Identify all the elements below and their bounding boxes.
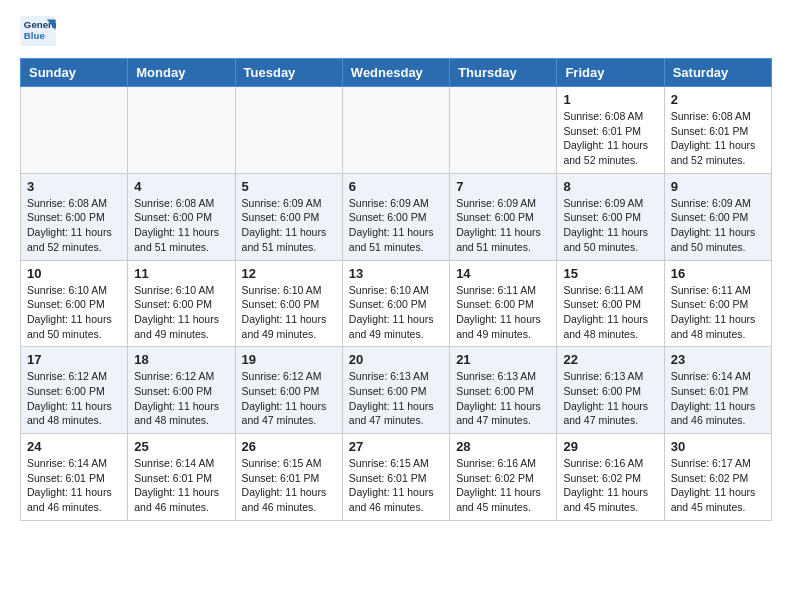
day-info: Sunrise: 6:11 AMSunset: 6:00 PMDaylight:… xyxy=(671,283,765,342)
day-number: 7 xyxy=(456,179,550,194)
day-cell: 30 Sunrise: 6:17 AMSunset: 6:02 PMDaylig… xyxy=(664,434,771,521)
day-cell: 20 Sunrise: 6:13 AMSunset: 6:00 PMDaylig… xyxy=(342,347,449,434)
day-info: Sunrise: 6:08 AMSunset: 6:01 PMDaylight:… xyxy=(671,109,765,168)
day-number: 23 xyxy=(671,352,765,367)
day-cell xyxy=(342,87,449,174)
day-info: Sunrise: 6:14 AMSunset: 6:01 PMDaylight:… xyxy=(671,369,765,428)
col-header-sunday: Sunday xyxy=(21,59,128,87)
day-number: 17 xyxy=(27,352,121,367)
day-info: Sunrise: 6:09 AMSunset: 6:00 PMDaylight:… xyxy=(563,196,657,255)
day-number: 19 xyxy=(242,352,336,367)
day-number: 24 xyxy=(27,439,121,454)
day-cell: 6 Sunrise: 6:09 AMSunset: 6:00 PMDayligh… xyxy=(342,173,449,260)
day-info: Sunrise: 6:09 AMSunset: 6:00 PMDaylight:… xyxy=(456,196,550,255)
day-info: Sunrise: 6:14 AMSunset: 6:01 PMDaylight:… xyxy=(27,456,121,515)
day-cell: 14 Sunrise: 6:11 AMSunset: 6:00 PMDaylig… xyxy=(450,260,557,347)
day-number: 10 xyxy=(27,266,121,281)
day-info: Sunrise: 6:10 AMSunset: 6:00 PMDaylight:… xyxy=(27,283,121,342)
col-header-saturday: Saturday xyxy=(664,59,771,87)
day-cell: 23 Sunrise: 6:14 AMSunset: 6:01 PMDaylig… xyxy=(664,347,771,434)
day-info: Sunrise: 6:09 AMSunset: 6:00 PMDaylight:… xyxy=(242,196,336,255)
day-info: Sunrise: 6:11 AMSunset: 6:00 PMDaylight:… xyxy=(456,283,550,342)
day-number: 3 xyxy=(27,179,121,194)
day-info: Sunrise: 6:13 AMSunset: 6:00 PMDaylight:… xyxy=(349,369,443,428)
week-row-1: 1 Sunrise: 6:08 AMSunset: 6:01 PMDayligh… xyxy=(21,87,772,174)
day-number: 15 xyxy=(563,266,657,281)
day-info: Sunrise: 6:08 AMSunset: 6:00 PMDaylight:… xyxy=(134,196,228,255)
calendar-table: SundayMondayTuesdayWednesdayThursdayFrid… xyxy=(20,58,772,521)
day-number: 16 xyxy=(671,266,765,281)
day-info: Sunrise: 6:12 AMSunset: 6:00 PMDaylight:… xyxy=(134,369,228,428)
day-cell xyxy=(21,87,128,174)
day-info: Sunrise: 6:09 AMSunset: 6:00 PMDaylight:… xyxy=(671,196,765,255)
day-number: 22 xyxy=(563,352,657,367)
day-cell: 29 Sunrise: 6:16 AMSunset: 6:02 PMDaylig… xyxy=(557,434,664,521)
day-number: 13 xyxy=(349,266,443,281)
day-cell xyxy=(235,87,342,174)
logo: General Blue xyxy=(20,16,56,46)
day-info: Sunrise: 6:17 AMSunset: 6:02 PMDaylight:… xyxy=(671,456,765,515)
day-cell: 26 Sunrise: 6:15 AMSunset: 6:01 PMDaylig… xyxy=(235,434,342,521)
day-cell: 19 Sunrise: 6:12 AMSunset: 6:00 PMDaylig… xyxy=(235,347,342,434)
day-cell: 8 Sunrise: 6:09 AMSunset: 6:00 PMDayligh… xyxy=(557,173,664,260)
day-cell xyxy=(450,87,557,174)
day-cell: 15 Sunrise: 6:11 AMSunset: 6:00 PMDaylig… xyxy=(557,260,664,347)
day-cell: 11 Sunrise: 6:10 AMSunset: 6:00 PMDaylig… xyxy=(128,260,235,347)
day-number: 26 xyxy=(242,439,336,454)
day-cell: 21 Sunrise: 6:13 AMSunset: 6:00 PMDaylig… xyxy=(450,347,557,434)
day-cell: 16 Sunrise: 6:11 AMSunset: 6:00 PMDaylig… xyxy=(664,260,771,347)
col-header-friday: Friday xyxy=(557,59,664,87)
page: General Blue SundayMondayTuesdayWednesda… xyxy=(0,0,792,541)
day-cell: 12 Sunrise: 6:10 AMSunset: 6:00 PMDaylig… xyxy=(235,260,342,347)
week-row-4: 17 Sunrise: 6:12 AMSunset: 6:00 PMDaylig… xyxy=(21,347,772,434)
week-row-5: 24 Sunrise: 6:14 AMSunset: 6:01 PMDaylig… xyxy=(21,434,772,521)
day-info: Sunrise: 6:16 AMSunset: 6:02 PMDaylight:… xyxy=(563,456,657,515)
day-info: Sunrise: 6:14 AMSunset: 6:01 PMDaylight:… xyxy=(134,456,228,515)
week-row-3: 10 Sunrise: 6:10 AMSunset: 6:00 PMDaylig… xyxy=(21,260,772,347)
day-info: Sunrise: 6:08 AMSunset: 6:00 PMDaylight:… xyxy=(27,196,121,255)
day-number: 18 xyxy=(134,352,228,367)
week-row-2: 3 Sunrise: 6:08 AMSunset: 6:00 PMDayligh… xyxy=(21,173,772,260)
day-cell: 5 Sunrise: 6:09 AMSunset: 6:00 PMDayligh… xyxy=(235,173,342,260)
day-cell: 17 Sunrise: 6:12 AMSunset: 6:00 PMDaylig… xyxy=(21,347,128,434)
day-cell: 22 Sunrise: 6:13 AMSunset: 6:00 PMDaylig… xyxy=(557,347,664,434)
day-cell: 24 Sunrise: 6:14 AMSunset: 6:01 PMDaylig… xyxy=(21,434,128,521)
day-number: 9 xyxy=(671,179,765,194)
day-number: 1 xyxy=(563,92,657,107)
day-number: 8 xyxy=(563,179,657,194)
day-info: Sunrise: 6:16 AMSunset: 6:02 PMDaylight:… xyxy=(456,456,550,515)
day-number: 21 xyxy=(456,352,550,367)
day-number: 4 xyxy=(134,179,228,194)
day-cell: 13 Sunrise: 6:10 AMSunset: 6:00 PMDaylig… xyxy=(342,260,449,347)
day-info: Sunrise: 6:12 AMSunset: 6:00 PMDaylight:… xyxy=(242,369,336,428)
day-cell: 25 Sunrise: 6:14 AMSunset: 6:01 PMDaylig… xyxy=(128,434,235,521)
day-number: 20 xyxy=(349,352,443,367)
day-number: 27 xyxy=(349,439,443,454)
day-info: Sunrise: 6:13 AMSunset: 6:00 PMDaylight:… xyxy=(456,369,550,428)
day-cell: 9 Sunrise: 6:09 AMSunset: 6:00 PMDayligh… xyxy=(664,173,771,260)
col-header-wednesday: Wednesday xyxy=(342,59,449,87)
day-number: 2 xyxy=(671,92,765,107)
day-info: Sunrise: 6:08 AMSunset: 6:01 PMDaylight:… xyxy=(563,109,657,168)
col-header-tuesday: Tuesday xyxy=(235,59,342,87)
day-number: 11 xyxy=(134,266,228,281)
day-cell: 28 Sunrise: 6:16 AMSunset: 6:02 PMDaylig… xyxy=(450,434,557,521)
day-cell: 27 Sunrise: 6:15 AMSunset: 6:01 PMDaylig… xyxy=(342,434,449,521)
day-info: Sunrise: 6:15 AMSunset: 6:01 PMDaylight:… xyxy=(242,456,336,515)
day-number: 29 xyxy=(563,439,657,454)
day-number: 12 xyxy=(242,266,336,281)
svg-text:Blue: Blue xyxy=(24,30,46,41)
day-info: Sunrise: 6:11 AMSunset: 6:00 PMDaylight:… xyxy=(563,283,657,342)
day-info: Sunrise: 6:13 AMSunset: 6:00 PMDaylight:… xyxy=(563,369,657,428)
day-cell: 3 Sunrise: 6:08 AMSunset: 6:00 PMDayligh… xyxy=(21,173,128,260)
day-cell: 4 Sunrise: 6:08 AMSunset: 6:00 PMDayligh… xyxy=(128,173,235,260)
day-cell: 1 Sunrise: 6:08 AMSunset: 6:01 PMDayligh… xyxy=(557,87,664,174)
day-info: Sunrise: 6:10 AMSunset: 6:00 PMDaylight:… xyxy=(242,283,336,342)
calendar-header-row: SundayMondayTuesdayWednesdayThursdayFrid… xyxy=(21,59,772,87)
day-cell: 18 Sunrise: 6:12 AMSunset: 6:00 PMDaylig… xyxy=(128,347,235,434)
day-cell: 10 Sunrise: 6:10 AMSunset: 6:00 PMDaylig… xyxy=(21,260,128,347)
day-cell: 7 Sunrise: 6:09 AMSunset: 6:00 PMDayligh… xyxy=(450,173,557,260)
col-header-monday: Monday xyxy=(128,59,235,87)
header: General Blue xyxy=(20,16,772,46)
day-number: 5 xyxy=(242,179,336,194)
